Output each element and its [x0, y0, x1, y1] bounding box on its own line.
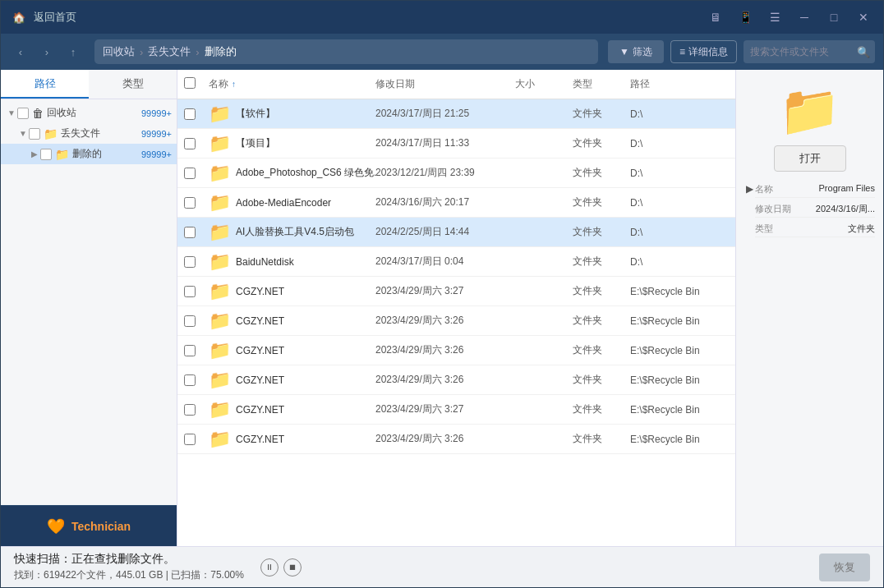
- folder-icon-row-10: 📁: [209, 399, 231, 420]
- detail-button[interactable]: ≡ 详细信息: [670, 40, 737, 63]
- maximize-button[interactable]: □: [824, 7, 844, 27]
- right-folder-icon: 📁: [779, 86, 840, 136]
- right-info-arrow: ▶: [744, 183, 755, 195]
- table-row[interactable]: 📁 Adobe-MediaEncoder 2024/3/16/周六 20:17 …: [177, 188, 735, 218]
- sort-arrow-name: ↑: [232, 80, 236, 89]
- checkbox-deleted[interactable]: [40, 149, 52, 160]
- row-type-3: 文件夹: [573, 195, 630, 209]
- row-name-4: 📁 AI人脸替换工具V4.5启动包: [209, 222, 375, 243]
- row-date-1: 2024/3/17/周日 11:33: [375, 136, 515, 150]
- right-info-container: ▶ 名称 Program Files 修改日期 2024/3/16/周... 类…: [744, 181, 875, 241]
- folder-icon-row-4: 📁: [209, 222, 231, 243]
- file-list[interactable]: 📁 【软件】 2024/3/17/周日 21:25 文件夹 D:\ 📁 【项目】: [177, 99, 735, 546]
- home-icon[interactable]: 🏠: [11, 9, 27, 25]
- scan-controls: ⏸ ⏹: [260, 558, 302, 577]
- window-title: 返回首页: [34, 10, 706, 25]
- table-row[interactable]: 📁 【项目】 2024/3/17/周日 11:33 文件夹 D:\: [177, 129, 735, 158]
- recycle-bin-icon: 🗑: [32, 107, 44, 120]
- row-type-0: 文件夹: [573, 107, 630, 121]
- sidebar-label-deleted: 删除的: [72, 147, 140, 161]
- table-row[interactable]: 📁CGZY.NET 2023/4/29/周六 3:26 文件夹 E:\$Recy…: [177, 365, 735, 395]
- sidebar-item-recycle[interactable]: ▼ 🗑 回收站 99999+: [1, 103, 177, 123]
- search-box[interactable]: 🔍: [744, 40, 875, 63]
- close-button[interactable]: ✕: [854, 7, 873, 27]
- bottom-bar: 快速扫描：正在查找删除文件。 找到：619422个文件，445.01 GB | …: [1, 546, 883, 587]
- folder-icon-row-9: 📁: [209, 370, 231, 391]
- breadcrumb-item-1[interactable]: 丢失文件: [148, 44, 191, 59]
- minimize-button[interactable]: ─: [794, 7, 814, 27]
- checkbox-recycle[interactable]: [17, 108, 29, 119]
- header-type[interactable]: 类型: [573, 77, 630, 91]
- sidebar: 路径 类型 ▼ 🗑 回收站 99999+ ▼ 📁 丢失文件: [1, 70, 177, 546]
- row-check-0[interactable]: [184, 108, 209, 120]
- right-panel: 📁 打开 ▶ 名称 Program Files 修改日期 2024/3/16/周…: [735, 70, 883, 546]
- search-icon[interactable]: 🔍: [857, 46, 870, 58]
- expand-icon-deleted[interactable]: ▶: [29, 149, 40, 160]
- breadcrumb-item-2[interactable]: 删除的: [205, 44, 237, 59]
- breadcrumb-item-0[interactable]: 回收站: [103, 44, 135, 59]
- forward-button[interactable]: ›: [35, 40, 58, 63]
- back-button[interactable]: ‹: [9, 40, 32, 63]
- row-check-4[interactable]: [184, 227, 209, 238]
- breadcrumb-sep-0: ›: [140, 46, 143, 58]
- right-info-row-1: 修改日期 2024/3/16/周...: [755, 201, 875, 218]
- row-name-3: 📁 Adobe-MediaEncoder: [209, 192, 375, 214]
- file-list-area: 名称 ↑ 修改日期 大小 类型 路径 📁 【软件】 2024/3/17/周日 2…: [177, 70, 735, 546]
- expand-icon-lost[interactable]: ▼: [17, 128, 29, 140]
- folder-icon-row-1: 📁: [209, 133, 231, 154]
- folder-icon-row-11: 📁: [209, 429, 231, 450]
- header-check[interactable]: [184, 77, 209, 91]
- table-row[interactable]: 📁 Adobe_Photoshop_CS6 绿色免... 2023/12/21/…: [177, 158, 735, 188]
- search-input[interactable]: [750, 46, 857, 57]
- table-row[interactable]: 📁CGZY.NET 2023/4/29/周六 3:27 文件夹 E:\$Recy…: [177, 395, 735, 425]
- row-path-4: D:\: [630, 227, 729, 238]
- sidebar-bottom[interactable]: 🧡 Technician: [1, 505, 177, 546]
- filter-icon: ▼: [619, 46, 629, 57]
- row-check-2[interactable]: [184, 168, 209, 179]
- stop-button[interactable]: ⏹: [283, 558, 302, 577]
- pause-button[interactable]: ⏸: [260, 558, 279, 577]
- row-check-3[interactable]: [184, 197, 209, 209]
- table-row[interactable]: 📁CGZY.NET 2023/4/29/周六 3:26 文件夹 E:\$Recy…: [177, 425, 735, 454]
- row-type-1: 文件夹: [573, 136, 630, 150]
- sidebar-item-lost[interactable]: ▼ 📁 丢失文件 99999+: [1, 123, 177, 144]
- up-button[interactable]: ↑: [62, 40, 85, 63]
- header-date[interactable]: 修改日期: [375, 77, 515, 91]
- folder-icon-deleted: 📁: [55, 148, 69, 161]
- expand-icon-recycle[interactable]: ▼: [6, 108, 17, 119]
- open-button[interactable]: 打开: [774, 145, 846, 172]
- monitor-icon[interactable]: 🖥: [706, 7, 725, 27]
- table-row[interactable]: 📁CGZY.NET 2023/4/29/周六 3:26 文件夹 E:\$Recy…: [177, 306, 735, 336]
- table-row[interactable]: 📁CGZY.NET 2023/4/29/周六 3:27 文件夹 E:\$Recy…: [177, 277, 735, 306]
- window-controls: 🖥 📱 ☰ ─ □ ✕: [706, 7, 873, 27]
- table-row[interactable]: 📁 BaiduNetdisk 2024/3/17/周日 0:04 文件夹 D:\: [177, 247, 735, 277]
- menu-icon[interactable]: ☰: [765, 7, 785, 27]
- sidebar-item-deleted[interactable]: ▶ 📁 删除的 99999+: [1, 144, 177, 164]
- tab-type[interactable]: 类型: [89, 70, 177, 99]
- phone-icon[interactable]: 📱: [735, 7, 755, 27]
- checkbox-lost[interactable]: [29, 128, 40, 140]
- header-path[interactable]: 路径: [630, 77, 729, 91]
- row-path-2: D:\: [630, 168, 729, 179]
- header-size[interactable]: 大小: [515, 77, 573, 91]
- row-check-5[interactable]: [184, 256, 209, 268]
- technician-label: Technician: [71, 520, 131, 533]
- row-path-0: D:\: [630, 108, 729, 120]
- breadcrumb-sep-1: ›: [196, 46, 199, 58]
- select-all-checkbox[interactable]: [184, 77, 196, 89]
- filter-button[interactable]: ▼ 筛选: [608, 40, 664, 63]
- table-row[interactable]: 📁CGZY.NET 2023/4/29/周六 3:26 文件夹 E:\$Recy…: [177, 336, 735, 365]
- row-date-4: 2024/2/25/周日 14:44: [375, 225, 515, 239]
- title-bar: 🏠 返回首页 🖥 📱 ☰ ─ □ ✕: [1, 1, 883, 34]
- header-name[interactable]: 名称 ↑: [209, 77, 375, 91]
- recover-button[interactable]: 恢复: [819, 554, 870, 581]
- row-check-1[interactable]: [184, 138, 209, 149]
- file-list-header: 名称 ↑ 修改日期 大小 类型 路径: [177, 70, 735, 99]
- folder-icon-row-5: 📁: [209, 251, 231, 273]
- nav-bar: ‹ › ↑ 回收站 › 丢失文件 › 删除的 ▼ 筛选 ≡ 详细信息 🔍: [1, 34, 883, 70]
- nav-right-controls: ▼ 筛选 ≡ 详细信息 🔍: [608, 40, 875, 63]
- table-row[interactable]: 📁 【软件】 2024/3/17/周日 21:25 文件夹 D:\: [177, 99, 735, 129]
- tab-path[interactable]: 路径: [1, 70, 89, 99]
- table-row[interactable]: 📁 AI人脸替换工具V4.5启动包 2024/2/25/周日 14:44 文件夹…: [177, 218, 735, 247]
- row-name-1: 📁 【项目】: [209, 133, 375, 154]
